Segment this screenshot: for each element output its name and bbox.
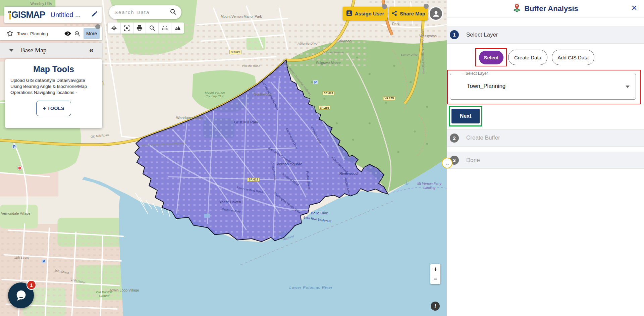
map-area[interactable]: Woodley HillsMount Vernon Manor ParkOakw…	[0, 0, 447, 316]
more-label: More	[86, 31, 97, 36]
search-input[interactable]: Search Data	[114, 9, 170, 15]
brand-card: GISMAP Untitled ...	[4, 7, 102, 23]
panel-title: Buffer Analysis	[524, 4, 578, 13]
zoom-out-button[interactable]: −	[430, 274, 440, 284]
step-label: Done	[466, 157, 480, 164]
layer-zoom-icon[interactable]	[74, 31, 80, 37]
account-avatar[interactable]	[429, 6, 443, 21]
select-button[interactable]: Select	[479, 51, 503, 64]
base-map-row[interactable]: Base Map «	[0, 43, 102, 58]
share-map-button[interactable]: Share Map	[389, 7, 428, 20]
map-toolbar	[108, 22, 184, 34]
hint-dot	[382, 4, 387, 9]
layer-name: Town_Planning	[17, 31, 64, 36]
search-icon[interactable]	[170, 9, 176, 16]
buffer-analysis-panel: Buffer Analysis ✕ 1 Select Layer Select …	[447, 0, 644, 316]
step-number: 2	[450, 134, 459, 143]
panel-header: Buffer Analysis ✕	[447, 0, 644, 17]
chevron-down-icon	[626, 86, 630, 88]
map-title: Untitled ...	[51, 11, 89, 19]
info-button[interactable]: i	[431, 302, 440, 311]
share-icon	[391, 10, 397, 17]
collapse-panel-icon[interactable]: «	[89, 46, 94, 54]
logo-text: GISMAP	[11, 10, 45, 19]
center-focus-icon[interactable]	[121, 22, 133, 34]
close-icon[interactable]: ✕	[631, 4, 637, 12]
edit-title-icon[interactable]	[91, 11, 98, 19]
layer-row[interactable]: Town_Planning More	[0, 27, 102, 40]
map-tools-card: Map Tools Upload GIS data/Style Data/Nav…	[5, 59, 102, 128]
chat-icon	[14, 288, 28, 303]
assign-user-label: Assign User	[355, 11, 384, 16]
step-create-buffer[interactable]: 2 Create Buffer	[447, 129, 644, 147]
layer-visibility-eye-icon[interactable]	[64, 31, 71, 36]
step-label: Create Buffer	[466, 135, 500, 141]
hint-dot	[95, 24, 100, 29]
base-map-label: Base Map	[21, 47, 47, 54]
assign-user-icon	[346, 10, 352, 17]
search-map-icon[interactable]	[146, 22, 159, 34]
logo-pin-icon	[8, 11, 11, 19]
step-label: Select Layer	[466, 32, 498, 38]
search-bar[interactable]: Search Data	[109, 5, 181, 19]
map-tools-title: Map Tools	[5, 64, 102, 74]
chat-unread-badge: 1	[26, 280, 36, 290]
add-gis-data-button[interactable]: Add GIS Data	[552, 50, 594, 65]
panel-resize-handle[interactable]: ↔	[442, 158, 452, 168]
assign-user-button[interactable]: Assign User	[343, 7, 387, 20]
map-tools-description: Upload GIS data/Style Data/Navigate Usin…	[10, 77, 97, 96]
hint-dot	[424, 4, 429, 9]
print-icon[interactable]	[133, 22, 146, 34]
step-number: 1	[450, 30, 459, 39]
caret-down-icon	[9, 49, 13, 52]
create-data-button[interactable]: Create Data	[508, 50, 547, 65]
polygon-layer-icon	[7, 31, 13, 37]
buffer-analysis-icon	[513, 4, 521, 14]
zoom-in-button[interactable]: +	[430, 264, 440, 274]
step-select-layer[interactable]: 1 Select Layer	[447, 26, 644, 44]
next-button[interactable]: Next	[451, 109, 480, 123]
select-layer-label: Select Layer	[464, 71, 490, 76]
tools-button[interactable]: + TOOLS	[36, 101, 71, 116]
gps-locate-icon[interactable]	[108, 22, 121, 34]
select-layer-value: Town_Planning	[467, 83, 505, 90]
layer-more-button[interactable]: More	[84, 28, 100, 39]
share-map-label: Share Map	[400, 11, 425, 16]
igismap-app: Woodley HillsMount Vernon Manor ParkOakw…	[0, 0, 644, 316]
terrain-style-icon[interactable]	[171, 22, 184, 34]
zoom-controls: + −	[430, 264, 440, 284]
step-done[interactable]: 3 Done	[447, 152, 644, 169]
select-layer-dropdown[interactable]: Select Layer Town_Planning	[450, 74, 636, 100]
measure-distance-icon[interactable]	[159, 22, 171, 34]
igismap-logo: GISMAP	[8, 10, 45, 19]
